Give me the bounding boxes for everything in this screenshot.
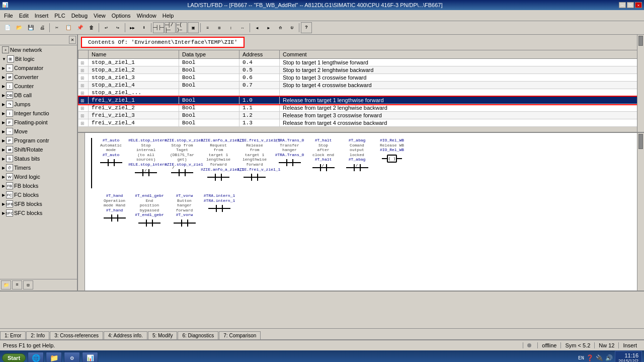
- sidebar-scroll[interactable]: + New network ▼ ⊞ Bit logic ▶ ≈ Comparat…: [0, 45, 77, 279]
- tab-diagnostics[interactable]: 6: Diagnostics: [178, 331, 218, 339]
- help-btn[interactable]: ?: [301, 22, 312, 33]
- contact-zie-frei[interactable]: #ZIE.frei_v_ziel_1 Release from target 1…: [237, 138, 272, 181]
- tab-comparison[interactable]: 7: Comparison: [219, 331, 261, 339]
- contact-t-auto[interactable]: #T_auto Automatic mode #T_auto: [95, 138, 127, 166]
- sidebar-item-converter[interactable]: ▶ ⇌ Converter: [0, 73, 77, 82]
- contact-t-hand[interactable]: #T_hand Operation mode Hand #T_hand: [98, 193, 131, 222]
- paste-btn[interactable]: 📌: [74, 22, 86, 33]
- var-table-wrapper[interactable]: Name Data type Address Comment ⊞ stop_a_…: [78, 50, 644, 127]
- sidebar-item-jumps[interactable]: ▶ ↷ Jumps: [0, 100, 77, 109]
- contact-tra-intern[interactable]: #TRA.intern_1 #TRA.intern_1: [202, 193, 237, 212]
- sidebar-item-bit-logic[interactable]: ▼ ⊞ Bit logic: [0, 54, 77, 63]
- ladder-section[interactable]: #T_auto Automatic mode #T_auto: [78, 133, 644, 291]
- tb-misc4[interactable]: ↔: [237, 22, 248, 33]
- undo-btn[interactable]: ↩: [101, 22, 112, 33]
- sidebar-item-float[interactable]: ▶ F Floating-point: [0, 118, 77, 127]
- contact-zie-anfo[interactable]: #ZIE.anfo_a_ziel_1 Request from target 1…: [201, 138, 236, 181]
- table-row[interactable]: ⊞ frei_v_ziel_1 Bool 1.0 Release from ta…: [78, 97, 644, 104]
- taskbar-folder-btn[interactable]: 📁: [46, 352, 62, 362]
- contact-ele-stop[interactable]: #ELE.stop_intern Stop internal (to all s…: [128, 138, 164, 176]
- table-row[interactable]: ⊞ stop_a_ziel_...: [78, 89, 644, 97]
- table-row[interactable]: ⊞ frei_v_ziel_4 Bool 1.3 Release from ta…: [78, 119, 644, 127]
- sidebar-item-timers[interactable]: ▶ ⏱ Timers: [0, 163, 77, 172]
- contact-t-endl[interactable]: #T_endl_gebr End position bypassed #T_en…: [132, 193, 167, 227]
- coil-btn[interactable]: ─( )─: [176, 22, 187, 33]
- box-btn[interactable]: ▣: [188, 22, 199, 33]
- delete-btn[interactable]: 🗑: [86, 22, 97, 33]
- cut-btn[interactable]: ✂: [51, 22, 62, 33]
- taskbar-app1-btn[interactable]: ⚙: [64, 352, 80, 362]
- sidebar-item-shift[interactable]: ▶ ⇄ Shift/Rotate: [0, 145, 77, 154]
- var-table-scrollbar[interactable]: [637, 35, 644, 132]
- sidebar-tool1[interactable]: 📁: [1, 280, 11, 289]
- sidebar-item-db-call[interactable]: ▶ DB DB call: [0, 91, 77, 100]
- redo-btn[interactable]: ↪: [112, 22, 123, 33]
- coil-io-rel-wb[interactable]: #IO_Rel_WB Release WB #IO_Rel_WB ( ): [374, 138, 410, 163]
- print-btn[interactable]: 🖨: [37, 22, 48, 33]
- sidebar-item-fb-blocks[interactable]: ▶ FB FB blocks: [0, 181, 77, 190]
- menu-help[interactable]: Help: [159, 12, 177, 20]
- sidebar-tool3[interactable]: ⊟: [23, 280, 33, 289]
- sidebar-item-comparator[interactable]: ▶ ≈ Comparator: [0, 63, 77, 73]
- tab-info[interactable]: 2: Info: [26, 331, 49, 339]
- sidebar-item-move[interactable]: ▶ → Move: [0, 127, 77, 136]
- contact-nc-btn[interactable]: ─┤/├─: [165, 22, 176, 33]
- tb-misc1[interactable]: ≡: [202, 22, 213, 33]
- sidebar-item-fc-blocks[interactable]: ▶ FC FC blocks: [0, 190, 77, 199]
- menu-debug[interactable]: Debug: [68, 12, 91, 20]
- contact-tra-trans[interactable]: #TRA.Trans_0 Transfer hanger #TRA.Trans_…: [273, 138, 306, 166]
- tab-cross-ref[interactable]: 3: Cross-references: [50, 331, 103, 339]
- tab-error[interactable]: 1: Error: [0, 331, 26, 339]
- tb-misc3[interactable]: ↕: [225, 22, 236, 33]
- sidebar-item-program-ctrl[interactable]: ▶ P Program contr: [0, 136, 77, 145]
- menu-window[interactable]: Window: [134, 12, 159, 20]
- tb-misc5[interactable]: ◀: [252, 22, 263, 33]
- download-btn[interactable]: ⬇: [138, 22, 149, 33]
- sidebar-close-btn[interactable]: ✕: [69, 36, 76, 44]
- close-button[interactable]: ✕: [635, 2, 642, 8]
- tab-address[interactable]: 4: Address info.: [104, 331, 147, 339]
- sidebar-item-word-logic[interactable]: ▶ W Word logic: [0, 172, 77, 181]
- ladder-scrollbar-v[interactable]: [637, 133, 644, 291]
- minimize-button[interactable]: ─: [619, 2, 626, 8]
- restore-button[interactable]: ❐: [627, 2, 634, 8]
- contact-t-abag[interactable]: #T_abag Comand output locked #T_abag /: [341, 138, 373, 171]
- table-row[interactable]: ⊞ frei_v_ziel_2 Bool 1.1 Release from ta…: [78, 104, 644, 112]
- menu-insert[interactable]: Insert: [32, 12, 52, 20]
- sidebar-tool2[interactable]: ≡: [12, 280, 22, 289]
- taskbar-ie-btn[interactable]: 🌐: [28, 352, 44, 362]
- table-row[interactable]: ⊞ frei_v_ziel_3 Bool 1.2 Release from ta…: [78, 112, 644, 119]
- tb-misc7[interactable]: ⟰: [275, 22, 286, 33]
- scroll-thumb[interactable]: [638, 36, 643, 46]
- tb-misc8[interactable]: ⟱: [286, 22, 297, 33]
- contact-t-halt[interactable]: #T_halt Stop after clock end #T_halt /: [307, 138, 340, 171]
- compile-btn[interactable]: ▶▶: [127, 22, 138, 33]
- save-btn[interactable]: 💾: [25, 22, 36, 33]
- contact-t-vorw[interactable]: #T_vorw Button hanger forward #T_vorw: [168, 193, 201, 227]
- table-row[interactable]: ⊞ stop_a_ziel_4 Bool 0.7 Stop to target …: [78, 82, 644, 89]
- start-button[interactable]: Start: [2, 353, 26, 362]
- copy-btn[interactable]: 📋: [63, 22, 74, 33]
- taskbar-app2-btn[interactable]: 📊: [82, 352, 98, 362]
- sidebar-item-sfb-blocks[interactable]: ▶ SFB SFB blocks: [0, 199, 77, 208]
- sidebar-item-new-network[interactable]: + New network: [0, 45, 77, 54]
- sidebar-item-status-bits[interactable]: ▶ S Status bits: [0, 154, 77, 163]
- menu-file[interactable]: File: [1, 12, 16, 20]
- ladder-scroll-thumb[interactable]: [638, 134, 643, 149]
- open-btn[interactable]: 📂: [14, 22, 25, 33]
- sidebar-item-sfc-blocks[interactable]: ▶ SFC SFC blocks: [0, 208, 77, 218]
- new-btn[interactable]: 📄: [2, 22, 13, 33]
- menu-options[interactable]: Options: [109, 12, 134, 20]
- menu-plc[interactable]: PLC: [51, 12, 68, 20]
- contact-zie-stop[interactable]: #ZIE.stop_v_ziel Stop from Taget (DB175_…: [165, 138, 200, 176]
- menu-edit[interactable]: Edit: [16, 12, 32, 20]
- table-row[interactable]: ⊞ stop_a_ziel_1 Bool 0.4 Stop to target …: [78, 59, 644, 66]
- sidebar-item-integer[interactable]: ▶ I Integer functio: [0, 109, 77, 118]
- menu-view[interactable]: View: [91, 12, 109, 20]
- contact-no-btn[interactable]: ─┤├─: [153, 22, 164, 33]
- sidebar-item-counter[interactable]: ▶ ↕ Counter: [0, 82, 77, 91]
- tb-misc2[interactable]: ⊞: [214, 22, 225, 33]
- table-row[interactable]: ⊞ stop_a_ziel_2 Bool 0.5 Stop to target …: [78, 66, 644, 74]
- tb-misc6[interactable]: ▶: [263, 22, 274, 33]
- tab-modify[interactable]: 5: Modify: [148, 331, 178, 339]
